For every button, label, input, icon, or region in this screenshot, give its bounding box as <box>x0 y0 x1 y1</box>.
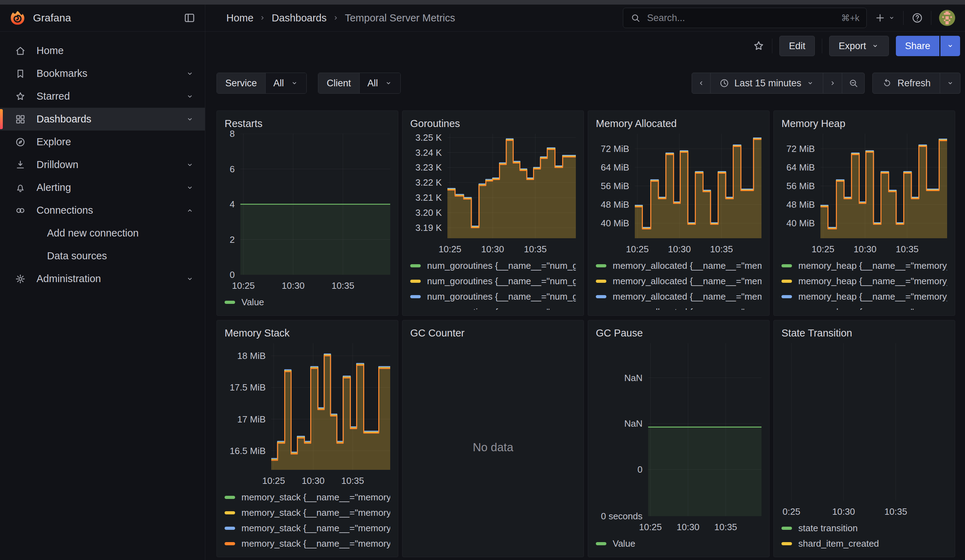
sidebar-item-connections[interactable]: Connections <box>0 199 205 222</box>
legend-item[interactable]: memory_stack {__name__="memory_s <box>224 490 390 505</box>
legend-marker <box>782 295 792 298</box>
sidebar-item-drilldown[interactable]: Drilldown <box>0 153 205 176</box>
breadcrumb-dashboards[interactable]: Dashboards <box>272 12 326 24</box>
y-axis: 86420 <box>224 134 240 275</box>
plot-region[interactable] <box>820 134 947 238</box>
sidebar-item-add-new-connection[interactable]: Add new connection <box>0 222 205 245</box>
sidebar-item-administration[interactable]: Administration <box>0 267 205 290</box>
refresh-button[interactable]: Refresh <box>872 73 940 94</box>
sidebar-item-dashboards[interactable]: Dashboards <box>0 108 205 131</box>
sidebar-item-alerting[interactable]: Alerting <box>0 176 205 199</box>
legend-item[interactable]: memory_heap {__name__="memory_h <box>782 258 947 273</box>
share-menu-button[interactable] <box>940 36 960 56</box>
plot-region[interactable] <box>635 134 762 238</box>
sidebar-list: HomeBookmarksStarredDashboardsExploreDri… <box>0 39 205 290</box>
plot-row: 72 MiB64 MiB56 MiB48 MiB40 MiB <box>782 134 947 238</box>
sidebar-item-explore[interactable]: Explore <box>0 131 205 153</box>
legend-item[interactable]: shard_item_created <box>782 536 947 551</box>
panel-title: Goroutines <box>410 118 576 129</box>
x-axis-tick: 10:25 <box>626 244 649 255</box>
refresh-interval-button[interactable] <box>940 73 960 94</box>
legend: num_goroutines {__name__="num_gonum_goro… <box>410 258 576 310</box>
edit-button[interactable]: Edit <box>779 36 815 56</box>
breadcrumb-home[interactable]: Home <box>226 12 254 24</box>
search-box[interactable]: ⌘+k <box>623 8 867 28</box>
sidebar-toggle-icon[interactable] <box>183 11 196 24</box>
plot-region[interactable] <box>447 134 576 238</box>
sidebar-item-label: Home <box>36 45 195 57</box>
chart-area: NaNNaN00 seconds10:2510:3010:35 <box>596 343 762 534</box>
legend-item[interactable]: state transition <box>782 520 947 536</box>
x-axis-tick: 10:35 <box>524 244 547 255</box>
x-axis-tick: 10:35 <box>896 244 919 255</box>
legend-item[interactable]: memory_allocated {__name__="memo <box>596 304 762 310</box>
sidebar-item-label: Add new connection <box>47 227 195 239</box>
share-button[interactable]: Share <box>896 36 939 56</box>
legend-item[interactable]: memory_allocated {__name__="memo <box>596 289 762 304</box>
refresh-icon <box>882 78 892 88</box>
chevron-down-icon <box>806 79 815 87</box>
legend-item[interactable]: num_goroutines {__name__="num_go <box>410 304 576 310</box>
legend-item[interactable]: memory_heap {__name__="memory_h <box>782 304 947 310</box>
legend-item[interactable]: memory_allocated {__name__="memo <box>596 273 762 289</box>
y-axis-tick: 0 <box>638 464 643 475</box>
legend-item[interactable]: memory_stack {__name__="memory_s <box>224 520 390 536</box>
plot-row: 72 MiB64 MiB56 MiB48 MiB40 MiB <box>596 134 762 238</box>
clock-icon <box>719 78 729 88</box>
sidebar-item-bookmarks[interactable]: Bookmarks <box>0 62 205 85</box>
plot-region[interactable] <box>240 134 390 275</box>
sidebar-item-home[interactable]: Home <box>0 39 205 62</box>
legend-item[interactable]: num_goroutines {__name__="num_go <box>410 289 576 304</box>
legend-label: memory_allocated {__name__="memo <box>613 291 762 302</box>
favorite-star-icon[interactable] <box>752 40 765 52</box>
legend-item[interactable]: memory_heap {__name__="memory_h <box>782 289 947 304</box>
sidebar-item-data-sources[interactable]: Data sources <box>0 245 205 267</box>
x-axis-tick: 10:30 <box>302 475 325 486</box>
client-filter-value[interactable]: All <box>360 73 401 93</box>
legend-label: memory_allocated {__name__="memo <box>613 307 762 310</box>
legend-item-clipped: num_goroutines {__name__="num_go <box>410 304 576 310</box>
service-filter-value[interactable]: All <box>266 73 306 93</box>
avatar[interactable] <box>939 10 955 26</box>
add-new-button[interactable] <box>875 12 896 23</box>
legend-marker <box>410 295 421 298</box>
legend-item[interactable]: memory_heap {__name__="memory_h <box>782 273 947 289</box>
legend-item[interactable]: memory_stack {__name__="memory_s <box>224 536 390 551</box>
x-axis-tick: 10:25 <box>812 244 834 255</box>
legend-marker <box>596 295 606 298</box>
legend-item[interactable]: memory_stack {__name__="memory_s <box>224 505 390 520</box>
compass-icon <box>15 137 26 148</box>
legend-item[interactable]: num_goroutines {__name__="num_go <box>410 273 576 289</box>
time-back-button[interactable] <box>692 73 711 94</box>
chevron-right-icon <box>332 14 340 22</box>
plot-region[interactable] <box>782 343 947 501</box>
legend-item[interactable]: memory_allocated {__name__="memo <box>596 258 762 273</box>
export-button[interactable]: Export <box>829 36 889 56</box>
y-axis: 72 MiB64 MiB56 MiB48 MiB40 MiB <box>782 134 820 238</box>
x-axis-tick: 10:30 <box>481 244 504 255</box>
help-icon[interactable] <box>911 12 923 24</box>
plot-row: 86420 <box>224 134 390 275</box>
search-input[interactable] <box>646 12 836 24</box>
legend-item[interactable]: Value <box>596 536 762 551</box>
legend-item[interactable]: num_goroutines {__name__="num_go <box>410 258 576 273</box>
zoom-out-button[interactable] <box>842 73 865 94</box>
legend-item-clipped: memory_heap {__name__="memory_h <box>782 304 947 310</box>
refresh-label: Refresh <box>897 78 931 89</box>
time-controls: Last 15 minutes Refresh <box>692 73 960 94</box>
plot-region[interactable] <box>648 343 762 516</box>
time-range-button[interactable]: Last 15 minutes <box>711 73 824 94</box>
legend-marker <box>410 264 421 267</box>
y-axis: 3.25 K3.24 K3.23 K3.22 K3.21 K3.20 K3.19… <box>410 134 447 238</box>
legend-marker <box>596 542 606 545</box>
dashboard-toolbar: Edit Export Share <box>206 31 965 60</box>
time-forward-button[interactable] <box>823 73 842 94</box>
export-label: Export <box>839 41 866 52</box>
x-axis-tick: 10:30 <box>677 522 699 533</box>
sidebar-item-starred[interactable]: Starred <box>0 85 205 108</box>
legend-item[interactable]: Value <box>224 294 390 310</box>
x-axis-labels: 10:2510:3010:35 <box>447 238 576 256</box>
plot-region[interactable] <box>271 343 390 470</box>
chevdown-icon <box>185 92 195 101</box>
legend-marker <box>224 527 235 530</box>
